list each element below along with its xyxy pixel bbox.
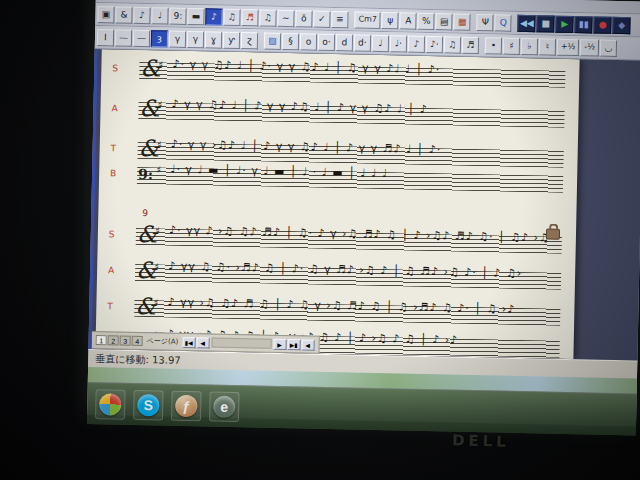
toolbar-button[interactable]: ▨ <box>264 32 281 49</box>
page-tab[interactable]: 4 <box>132 336 143 346</box>
toolbar-button[interactable]: ~ <box>277 9 294 26</box>
toolbar-button[interactable]: +½ <box>557 38 580 55</box>
toolbar-button-glyph: I <box>104 33 107 42</box>
toolbar-button-glyph: ♩· <box>395 39 402 48</box>
toolbar-button[interactable]: ♪· <box>426 35 443 52</box>
toolbar-button[interactable]: ▶ <box>556 15 574 32</box>
toolbar-button[interactable]: ♬ <box>241 9 258 26</box>
toolbar-button[interactable]: ♪ <box>133 6 150 23</box>
toolbar-button[interactable]: ɀ <box>241 32 258 49</box>
toolbar-button[interactable]: ♫ <box>223 8 240 25</box>
toolbar-button[interactable]: ♪ <box>408 35 425 52</box>
toolbar-button[interactable]: ◡ <box>600 39 617 56</box>
toolbar-button[interactable]: ▣ <box>97 6 114 23</box>
toolbar-button[interactable]: ♫ <box>444 36 461 53</box>
toolbar-button[interactable]: Ψ <box>477 13 494 30</box>
toolbar-button[interactable]: ▦ <box>454 13 471 30</box>
toolbar-button[interactable]: ✓ <box>313 10 330 27</box>
toolbar-button[interactable]: γ <box>187 30 204 47</box>
page-nav-button[interactable]: ▶▮ <box>287 339 300 350</box>
key-signature: ♯ <box>157 139 162 150</box>
toolbar-button[interactable]: ♩ <box>151 7 168 24</box>
toolbar-button[interactable]: ♫ <box>259 9 276 26</box>
toolbar-button[interactable]: ≡ <box>331 10 348 27</box>
page-nav-button[interactable]: ▶ <box>273 338 286 349</box>
staff-label: A <box>108 265 114 275</box>
toolbar-button[interactable]: I <box>97 29 114 46</box>
taskbar-icon[interactable]: S <box>133 389 164 420</box>
toolbar-button[interactable]: ● <box>594 16 612 33</box>
page-nav-button[interactable]: ◀ <box>301 339 314 350</box>
toolbar-button[interactable]: γ <box>169 30 186 47</box>
page-nav-button[interactable]: ◀ <box>196 337 209 348</box>
toolbar-button[interactable]: • <box>485 37 502 54</box>
toolbar-button-glyph: ▬ <box>192 12 201 21</box>
page-tabs: 1 2 3 4 <box>96 335 143 346</box>
key-signature: ♯ <box>153 297 158 308</box>
toolbar-button[interactable]: ȝ <box>151 30 168 47</box>
toolbar-button-glyph: +½ <box>561 43 576 51</box>
toolbar-button[interactable]: ♭ <box>521 37 538 54</box>
staff-row[interactable]: A & ♯ ♪ γγ ♫ ♫· ›♬♪ ♫ │ ♪· ♫ γ ♬♪ ›♫ ♪ │… <box>121 262 561 293</box>
toolbar-button[interactable]: A <box>400 12 417 29</box>
toolbar-button-glyph: — <box>137 33 146 42</box>
toolbar-button[interactable]: Q <box>495 14 512 31</box>
toolbar-button[interactable]: ♩ <box>372 34 389 51</box>
toolbar-button[interactable]: o <box>300 33 317 50</box>
toolbar-button[interactable]: ♮ <box>539 38 556 55</box>
toolbar-button[interactable]: — <box>133 29 150 46</box>
staff-row[interactable]: A & ♯ ♪ γ γ ♫♪ ♩ │ ♪ γ γ ♪♫ ♩ │ ♪ γ γ ♫♪… <box>124 100 564 131</box>
staff-label: B <box>110 168 116 178</box>
toolbar-button[interactable]: ♩· <box>390 35 407 52</box>
toolbar-button[interactable]: ♯ <box>503 37 520 54</box>
toolbar-button[interactable]: ♬ <box>462 36 479 53</box>
staff-row[interactable]: T & ♯ ♪ γγ ›♫ ♫♪ ♬ ♫ │ ♪ ♫ γ ›♫ ♬♪ ♫ │ ♫… <box>120 298 560 329</box>
hscroll-track[interactable] <box>211 337 271 348</box>
toolbar-button-glyph: ▣ <box>102 10 111 19</box>
toolbar-button[interactable]: o· <box>318 33 335 50</box>
toolbar-button[interactable]: ♪ <box>205 8 222 25</box>
toolbar-button[interactable]: § <box>282 32 299 49</box>
toolbar-button-glyph: ♭ <box>527 42 531 51</box>
page-tab[interactable]: 2 <box>108 335 119 345</box>
lock-icon <box>546 228 560 239</box>
document-canvas[interactable]: S & ♯ ♪· γ γ ♫♪ ♩ │ ♪· γ γ ♫♪ ♩ │ ♫ γ γ … <box>88 49 640 360</box>
toolbar-button[interactable]: Cm7 <box>354 11 381 29</box>
toolbar-button[interactable]: & <box>115 6 132 23</box>
page-nav-button[interactable]: ▮◀ <box>182 336 195 347</box>
page-nav-right: ▶ ▶▮ ◀ <box>273 338 314 350</box>
toolbar-button[interactable]: ƴ <box>223 31 240 48</box>
taskbar-icon[interactable]: ƒ <box>171 390 202 421</box>
toolbar-button[interactable]: ▮▮ <box>575 16 593 33</box>
toolbar-button[interactable]: ◆ <box>613 16 631 33</box>
score-page[interactable]: S & ♯ ♪· γ γ ♫♪ ♩ │ ♪· γ γ ♫♪ ♩ │ ♫ γ γ … <box>95 49 579 359</box>
staff-row[interactable]: S & ♯ ♪· γγ ♪ ›♫ ♫♪ ♬♪ │ ♫· ♪ γ ›♫ ♬♪ ♫ … <box>122 226 562 257</box>
toolbar-button[interactable]: ▬ <box>187 7 204 24</box>
toolbar-button[interactable]: % <box>418 12 435 29</box>
toolbar-button-glyph: γ <box>175 34 181 43</box>
clef-icon: 9: <box>138 166 153 182</box>
toolbar-button[interactable]: d <box>336 34 353 51</box>
toolbar-button[interactable]: ▤ <box>436 13 453 30</box>
toolbar-button[interactable]: ɣ <box>205 31 222 48</box>
taskbar-icon[interactable]: e <box>209 391 240 422</box>
toolbar-button-glyph: ◆ <box>618 20 625 29</box>
page-tab[interactable]: 1 <box>96 335 107 345</box>
staff-row[interactable]: S & ♯ ♪· γ γ ♫♪ ♩ │ ♪· γ γ ♫♪ ♩ │ ♫ γ γ … <box>125 60 565 91</box>
toolbar-button-glyph: ◀◀ <box>520 18 534 27</box>
toolbar-button[interactable]: 9: <box>169 7 186 24</box>
toolbar-button[interactable]: -½ <box>580 39 599 56</box>
staff-label: T <box>111 143 117 153</box>
taskbar-icon[interactable] <box>95 389 126 420</box>
toolbar-button[interactable]: ŏ <box>295 10 312 27</box>
toolbar-button[interactable]: ■ <box>537 15 555 32</box>
toolbar-button-glyph: ◡ <box>604 43 612 52</box>
toolbar-button[interactable]: d· <box>354 34 371 51</box>
toolbar-button[interactable]: ◀◀ <box>518 14 536 31</box>
toolbar-button[interactable]: ψ <box>382 11 399 28</box>
page-tab[interactable]: 3 <box>120 336 131 346</box>
toolbar-button[interactable]: — <box>115 29 132 46</box>
toolbar-button-glyph: -½ <box>584 43 595 51</box>
staff-row[interactable]: B 9: ♯ ♩· γ ♩ ▬ │ ♩· γ ♩ ▬ │ ♩ · ♩ ▬ │ ♩… <box>123 165 563 196</box>
toolbar-button-glyph: ♫ <box>264 13 272 22</box>
